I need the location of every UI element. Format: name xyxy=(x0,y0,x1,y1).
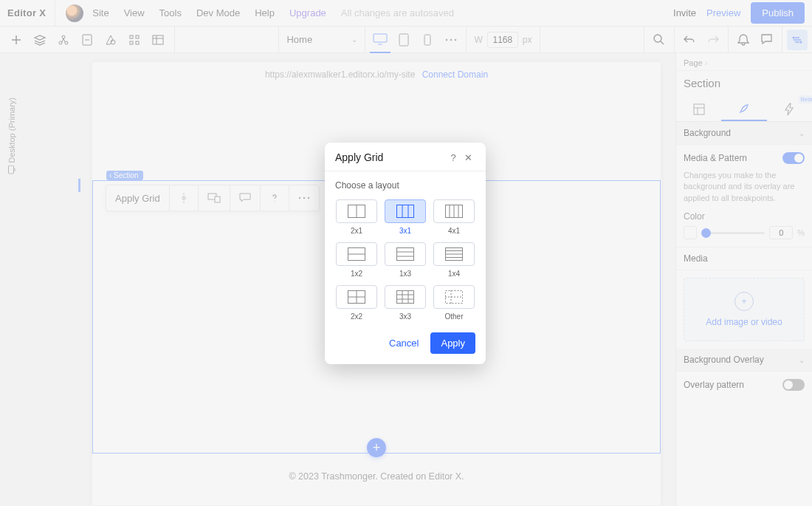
modal-title: Apply Grid xyxy=(335,151,446,163)
modal-help-icon[interactable]: ? xyxy=(446,152,461,163)
grid-option-2x1[interactable]: 2x1 xyxy=(336,199,377,235)
grid-option-4x1[interactable]: 4x1 xyxy=(433,199,475,235)
svg-rect-31 xyxy=(397,248,414,261)
cancel-button[interactable]: Cancel xyxy=(382,332,426,354)
grid-option-other[interactable]: Other xyxy=(433,285,475,321)
grid-option-1x2[interactable]: 1x2 xyxy=(336,242,377,278)
grid-option-1x4[interactable]: 1x4 xyxy=(433,242,475,278)
grid-layout-options: 2x13x14x11x21x31x42x23x3Other xyxy=(325,196,486,325)
apply-grid-modal: Apply Grid ? ✕ Choose a layout 2x13x14x1… xyxy=(325,143,486,364)
grid-option-3x1[interactable]: 3x1 xyxy=(385,199,426,235)
svg-rect-28 xyxy=(397,205,414,218)
grid-option-1x3[interactable]: 1x3 xyxy=(385,242,426,278)
apply-button[interactable]: Apply xyxy=(430,332,475,354)
svg-rect-34 xyxy=(397,291,414,304)
modal-close-icon[interactable]: ✕ xyxy=(461,152,475,163)
grid-option-2x2[interactable]: 2x2 xyxy=(336,285,377,321)
grid-option-3x3[interactable]: 3x3 xyxy=(385,285,426,321)
modal-subtitle: Choose a layout xyxy=(325,171,486,196)
